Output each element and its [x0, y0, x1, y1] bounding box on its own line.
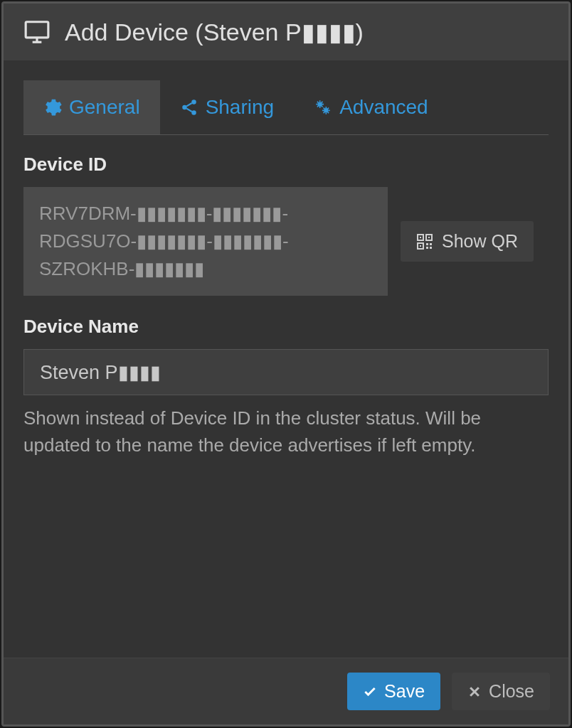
save-button-label: Save — [384, 681, 425, 702]
tab-sharing[interactable]: Sharing — [160, 80, 295, 134]
tab-advanced-label: Advanced — [339, 96, 428, 119]
svg-rect-12 — [428, 237, 430, 238]
device-name-help: Shown instead of Device ID in the cluste… — [23, 405, 549, 459]
dialog-title: Add Device (Steven P▮▮▮▮) — [65, 18, 364, 46]
monitor-icon — [23, 18, 51, 46]
svg-rect-11 — [420, 237, 421, 238]
close-icon — [467, 685, 482, 699]
dialog-header: Add Device (Steven P▮▮▮▮) — [4, 4, 568, 60]
tab-advanced[interactable]: Advanced — [294, 80, 448, 134]
dialog-footer: Save Close — [4, 658, 568, 724]
add-device-dialog: Add Device (Steven P▮▮▮▮) General Sharin… — [1, 1, 571, 727]
svg-point-3 — [191, 100, 196, 105]
close-button[interactable]: Close — [452, 673, 550, 710]
save-button[interactable]: Save — [347, 673, 440, 710]
show-qr-button[interactable]: Show QR — [401, 221, 534, 262]
svg-rect-17 — [430, 247, 432, 249]
svg-point-5 — [191, 110, 196, 115]
device-name-label: Device Name — [23, 316, 549, 338]
close-button-label: Close — [489, 681, 534, 702]
svg-rect-0 — [26, 22, 48, 38]
device-name-input[interactable] — [23, 349, 549, 395]
tab-general[interactable]: General — [23, 80, 160, 134]
gear-icon — [43, 98, 62, 117]
share-icon — [180, 98, 198, 117]
device-id-value: RRV7DRM-▮▮▮▮▮▮▮-▮▮▮▮▮▮▮-RDGSU7O-▮▮▮▮▮▮▮-… — [23, 187, 388, 296]
svg-rect-14 — [426, 243, 428, 245]
svg-rect-13 — [420, 245, 421, 247]
show-qr-label: Show QR — [442, 231, 518, 252]
tab-sharing-label: Sharing — [206, 96, 275, 119]
svg-point-4 — [182, 105, 187, 110]
qrcode-icon — [416, 233, 433, 250]
device-id-label: Device ID — [23, 154, 549, 176]
dialog-body: General Sharing Advanced Device ID RRV7D… — [4, 60, 568, 658]
device-id-row: RRV7DRM-▮▮▮▮▮▮▮-▮▮▮▮▮▮▮-RDGSU7O-▮▮▮▮▮▮▮-… — [23, 187, 549, 296]
gears-icon — [314, 98, 332, 117]
tab-bar: General Sharing Advanced — [23, 80, 549, 135]
svg-rect-16 — [426, 247, 428, 249]
svg-rect-15 — [430, 243, 432, 245]
tab-general-label: General — [69, 96, 140, 119]
check-icon — [363, 685, 377, 699]
